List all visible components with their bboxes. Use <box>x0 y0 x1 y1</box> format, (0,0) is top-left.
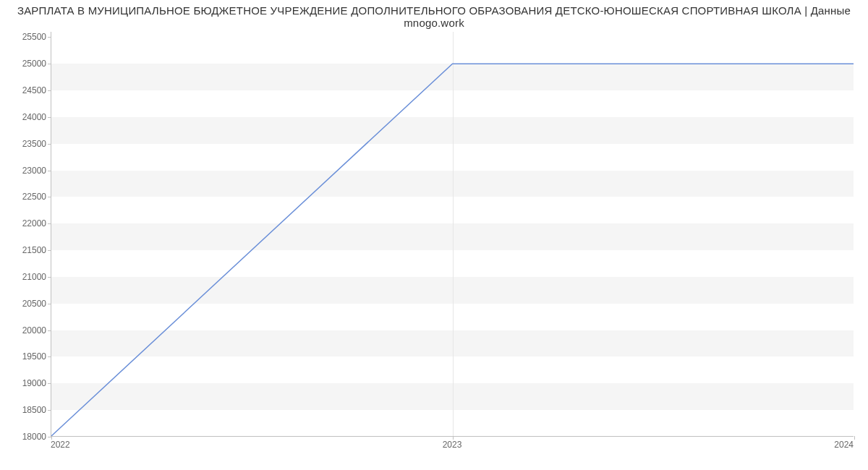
y-tick-mark <box>48 304 51 304</box>
y-tick-mark <box>48 410 51 411</box>
plot-area <box>51 32 854 437</box>
y-tick-mark <box>48 330 51 331</box>
y-tick-label: 19500 <box>3 351 46 362</box>
y-tick-label: 23000 <box>3 166 46 176</box>
y-tick-label: 25500 <box>3 32 46 42</box>
y-tick-label: 19000 <box>3 378 46 388</box>
y-tick-mark <box>48 277 51 278</box>
y-tick-label: 21000 <box>3 272 46 282</box>
x-tick-mark <box>854 436 855 440</box>
y-tick-mark <box>48 223 51 224</box>
chart-title: ЗАРПЛАТА В МУНИЦИПАЛЬНОЕ БЮДЖЕТНОЕ УЧРЕЖ… <box>0 4 868 29</box>
y-tick-label: 24500 <box>3 85 46 95</box>
y-tick-label: 18500 <box>3 405 46 415</box>
y-tick-mark <box>48 144 51 145</box>
y-tick-label: 20500 <box>3 299 46 309</box>
y-tick-mark <box>48 64 51 64</box>
y-tick-label: 23500 <box>3 139 46 149</box>
y-tick-mark <box>48 356 51 357</box>
y-tick-label: 21500 <box>3 245 46 255</box>
y-tick-mark <box>48 250 51 251</box>
x-tick-label: 2023 <box>443 440 462 450</box>
x-tick-label: 2022 <box>51 440 70 450</box>
salary-line <box>51 64 854 436</box>
y-tick-mark <box>48 171 51 171</box>
y-tick-label: 22500 <box>3 192 46 202</box>
y-tick-mark <box>48 383 51 384</box>
y-tick-mark <box>48 37 51 38</box>
y-tick-label: 18000 <box>3 432 46 442</box>
y-tick-mark <box>48 90 51 91</box>
x-tick-label: 2024 <box>834 440 854 450</box>
y-tick-label: 22000 <box>3 218 46 228</box>
y-tick-label: 24000 <box>3 112 46 122</box>
chart-container: ЗАРПЛАТА В МУНИЦИПАЛЬНОЕ БЮДЖЕТНОЕ УЧРЕЖ… <box>0 0 868 470</box>
y-tick-mark <box>48 197 51 197</box>
line-layer <box>51 32 854 436</box>
y-tick-mark <box>48 117 51 118</box>
y-tick-label: 20000 <box>3 325 46 336</box>
y-tick-label: 25000 <box>3 59 46 69</box>
